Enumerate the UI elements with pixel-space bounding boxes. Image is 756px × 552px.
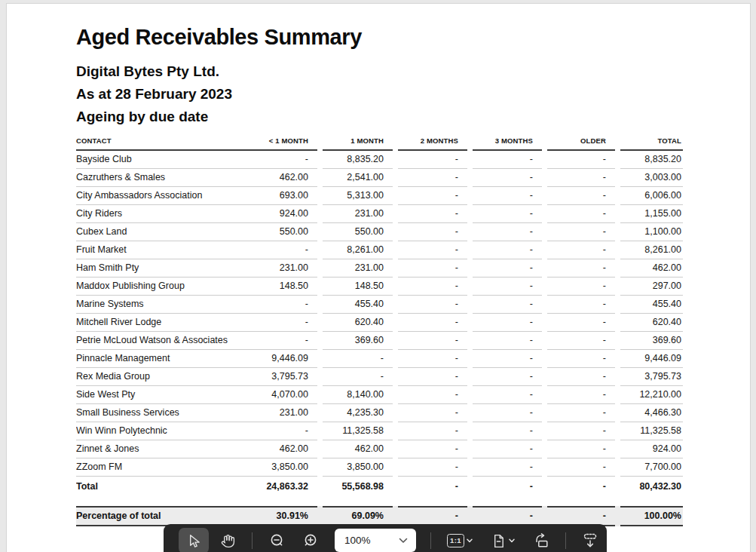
amount-cell: -	[473, 296, 542, 314]
amount-cell: -	[473, 440, 542, 458]
zoom-level-value: 100%	[344, 535, 371, 546]
download-icon	[581, 532, 599, 550]
column-gap	[317, 422, 323, 440]
amount-cell: 9,446.09	[620, 350, 683, 368]
column-gap	[542, 278, 547, 296]
actual-size-button[interactable]: 1:1	[440, 528, 479, 552]
column-header: < 1 MONTH	[246, 136, 317, 150]
amount-cell: -	[473, 259, 542, 278]
page-icon	[491, 533, 507, 549]
total-label-cell: Total	[76, 477, 246, 498]
amount-cell: -	[323, 368, 393, 386]
column-gap	[317, 136, 323, 150]
pan-tool-button[interactable]	[213, 528, 243, 552]
contact-cell: ZZoom FM	[76, 458, 246, 477]
column-gap	[467, 332, 473, 350]
contact-cell: Maddox Publishing Group	[76, 278, 246, 296]
select-tool-button[interactable]	[179, 528, 209, 552]
amount-cell: -	[473, 404, 542, 422]
amount-cell: -	[398, 259, 467, 278]
amount-cell: -	[473, 458, 542, 477]
amount-cell: -	[547, 368, 615, 386]
amount-cell: 550.00	[246, 223, 317, 241]
column-gap	[393, 259, 398, 278]
viewer-toolbar: 100% 1:1	[164, 524, 607, 552]
column-gap	[393, 368, 398, 386]
percentage-row: Percentage of total30.91%69.09%---100.00…	[76, 507, 683, 526]
column-gap	[542, 440, 547, 458]
rotate-page-button[interactable]	[526, 528, 556, 552]
amount-cell: -	[398, 422, 467, 440]
amount-cell: 11,325.58	[323, 422, 393, 440]
column-gap	[393, 187, 398, 205]
contact-cell: Win Winn Polytechnic	[76, 422, 246, 440]
amount-cell: -	[547, 223, 615, 241]
amount-cell: 924.00	[620, 440, 683, 458]
column-gap	[393, 296, 398, 314]
table-row: Win Winn Polytechnic-11,325.58---11,325.…	[76, 422, 683, 440]
amount-cell: -	[547, 205, 615, 223]
column-gap	[467, 259, 473, 278]
column-gap	[393, 205, 398, 223]
contact-cell: Zinnet & Jones	[76, 440, 246, 458]
report-title: Aged Receivables Summary	[76, 23, 750, 51]
amount-cell: 297.00	[620, 278, 683, 296]
table-row: Pinnacle Management9,446.09----9,446.09	[76, 350, 683, 368]
amount-cell: -	[398, 205, 467, 223]
column-gap	[467, 477, 473, 498]
total-row: Total24,863.3255,568.98---80,432.30	[76, 477, 683, 498]
table-row: Cubex Land550.00550.00---1,100.00	[76, 223, 683, 241]
column-gap	[615, 440, 620, 458]
total-amount-cell: 80,432.30	[620, 477, 683, 498]
toolbar-divider	[252, 532, 253, 549]
amount-cell: -	[398, 458, 467, 477]
column-gap	[615, 150, 620, 169]
total-amount-cell: -	[547, 477, 615, 498]
percentage-table: Percentage of total30.91%69.09%---100.00…	[76, 506, 683, 526]
amount-cell: 462.00	[246, 169, 317, 187]
amount-cell: 1,100.00	[620, 223, 683, 241]
total-amount-cell: -	[398, 477, 467, 498]
contact-cell: Ham Smith Pty	[76, 259, 246, 278]
amount-cell: 1,155.00	[620, 205, 683, 223]
amount-cell: -	[473, 332, 542, 350]
column-gap	[393, 350, 398, 368]
column-gap	[317, 440, 323, 458]
amount-cell: -	[398, 241, 467, 259]
amount-cell: 462.00	[246, 440, 317, 458]
amount-cell: -	[547, 278, 615, 296]
amount-cell: 455.40	[323, 296, 393, 314]
column-gap	[615, 458, 620, 477]
chevron-down-icon	[399, 538, 408, 544]
amount-cell: -	[398, 332, 467, 350]
zoom-out-button[interactable]	[262, 528, 292, 552]
contact-cell: Marine Systems	[76, 296, 246, 314]
percentage-amount-cell: -	[547, 507, 615, 526]
amount-cell: -	[547, 150, 615, 169]
contact-cell: City Ambassadors Association	[76, 187, 246, 205]
amount-cell: -	[398, 150, 467, 169]
download-button[interactable]	[575, 528, 605, 552]
amount-cell: -	[246, 241, 317, 259]
column-gap	[542, 404, 547, 422]
column-gap	[615, 507, 620, 526]
amount-cell: 3,795.73	[246, 368, 317, 386]
column-gap	[393, 386, 398, 404]
zoom-in-button[interactable]	[295, 528, 326, 552]
column-gap	[317, 350, 323, 368]
percentage-of-total-band: Percentage of total30.91%69.09%---100.00…	[76, 506, 683, 526]
amount-cell: -	[473, 241, 542, 259]
amount-cell: 924.00	[246, 205, 317, 223]
table-row: Petrie McLoud Watson & Associates-369.60…	[76, 332, 683, 350]
contact-cell: Cubex Land	[76, 223, 246, 241]
amount-cell: -	[246, 150, 317, 169]
column-gap	[615, 477, 620, 498]
report-basis: Ageing by due date	[76, 106, 750, 128]
column-gap	[317, 278, 323, 296]
zoom-level-select[interactable]: 100%	[335, 529, 416, 552]
hand-icon	[221, 534, 235, 548]
page-view-button[interactable]	[483, 528, 522, 552]
column-header: TOTAL	[620, 136, 683, 150]
amount-cell: -	[398, 278, 467, 296]
total-amount-cell: 55,568.98	[323, 477, 393, 498]
